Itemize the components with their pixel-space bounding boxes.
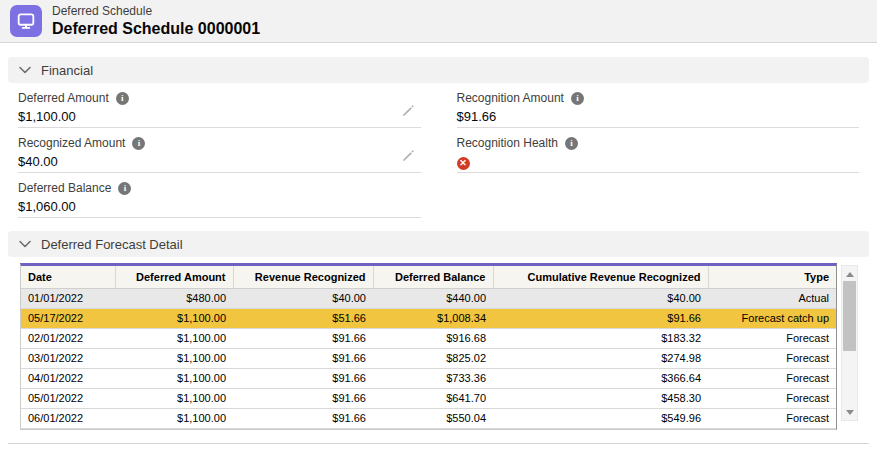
cell-cumulative: $458.30	[493, 389, 708, 409]
column-header-revenue-recognized[interactable]: Revenue Recognized	[233, 266, 373, 289]
cell-date: 04/01/2022	[21, 369, 115, 389]
cell-deferred-amount: $1,100.00	[115, 369, 233, 389]
cell-revenue-recognized: $40.00	[233, 289, 373, 309]
cell-type: Forecast	[708, 369, 836, 389]
cell-revenue-recognized: $91.66	[233, 369, 373, 389]
cell-deferred-balance: $641.70	[373, 389, 493, 409]
section-title: Deferred Forecast Detail	[41, 237, 183, 252]
cell-type: Forecast	[708, 349, 836, 369]
cell-revenue-recognized: $91.66	[233, 389, 373, 409]
section-title: Financial	[41, 63, 93, 78]
error-status-icon: ✕	[457, 157, 470, 170]
section-financial[interactable]: Financial	[8, 57, 869, 83]
cell-cumulative: $91.66	[493, 309, 708, 329]
field-recognition-amount: Recognition Amount i $91.66	[457, 83, 860, 128]
page-header: Deferred Schedule Deferred Schedule 0000…	[0, 0, 877, 43]
field-label: Recognition Health	[457, 136, 558, 150]
field-deferred-balance: Deferred Balance i $1,060.00	[18, 173, 421, 218]
table-row[interactable]: 05/17/2022$1,100.00$51.66$1,008.34$91.66…	[21, 309, 836, 329]
cell-cumulative: $549.96	[493, 409, 708, 429]
column-header-type[interactable]: Type	[708, 266, 836, 289]
column-header-cumulative-revenue-recognized[interactable]: Cumulative Revenue Recognized	[493, 266, 708, 289]
table-row[interactable]: 03/01/2022$1,100.00$91.66$825.02$274.98F…	[21, 349, 836, 369]
cell-deferred-balance: $733.36	[373, 369, 493, 389]
column-header-date[interactable]: Date	[21, 266, 115, 289]
field-value: $1,060.00	[18, 195, 421, 220]
cell-date: 05/01/2022	[21, 389, 115, 409]
cell-deferred-balance: $916.68	[373, 329, 493, 349]
table-row[interactable]: 02/01/2022$1,100.00$91.66$916.68$183.32F…	[21, 329, 836, 349]
forecast-table-area: Date Deferred Amount Revenue Recognized …	[20, 263, 858, 430]
cell-deferred-amount: $1,100.00	[115, 389, 233, 409]
cell-deferred-amount: $1,100.00	[115, 309, 233, 329]
table-scrollbar[interactable]	[841, 265, 858, 421]
table-row[interactable]: 04/01/2022$1,100.00$91.66$733.36$366.64F…	[21, 369, 836, 389]
cell-deferred-balance: $550.04	[373, 409, 493, 429]
table-row[interactable]: 05/01/2022$1,100.00$91.66$641.70$458.30F…	[21, 389, 836, 409]
field-label: Recognition Amount	[457, 91, 564, 105]
field-label: Deferred Amount	[18, 91, 109, 105]
column-header-deferred-amount[interactable]: Deferred Amount	[115, 266, 233, 289]
record-body: Financial Deferred Amount i $1,100.00 Re…	[0, 57, 877, 444]
page-title: Deferred Schedule 0000001	[52, 19, 260, 39]
cell-deferred-amount: $1,100.00	[115, 409, 233, 429]
bottom-divider	[8, 443, 869, 444]
cell-deferred-balance: $1,008.34	[373, 309, 493, 329]
cell-cumulative: $40.00	[493, 289, 708, 309]
field-value: $40.00	[18, 150, 421, 175]
cell-date: 03/01/2022	[21, 349, 115, 369]
cell-type: Forecast catch up	[708, 309, 836, 329]
object-label: Deferred Schedule	[52, 4, 260, 19]
cell-revenue-recognized: $91.66	[233, 329, 373, 349]
cell-type: Forecast	[708, 329, 836, 349]
cell-date: 01/01/2022	[21, 289, 115, 309]
column-header-deferred-balance[interactable]: Deferred Balance	[373, 266, 493, 289]
desktop-icon	[10, 5, 42, 37]
info-icon[interactable]: i	[116, 92, 129, 105]
scroll-down-icon[interactable]	[842, 406, 857, 418]
cell-type: Forecast	[708, 389, 836, 409]
edit-pencil-icon[interactable]	[401, 104, 415, 118]
field-recognition-health: Recognition Health i ✕	[457, 128, 860, 173]
table-row[interactable]: 01/01/2022$480.00$40.00$440.00$40.00Actu…	[21, 289, 836, 309]
field-label: Deferred Balance	[18, 181, 111, 195]
scroll-up-icon[interactable]	[842, 268, 857, 280]
field-value: $91.66	[457, 105, 860, 130]
cell-revenue-recognized: $91.66	[233, 349, 373, 369]
cell-revenue-recognized: $91.66	[233, 409, 373, 429]
field-label: Recognized Amount	[18, 136, 125, 150]
cell-cumulative: $183.32	[493, 329, 708, 349]
info-icon[interactable]: i	[565, 137, 578, 150]
cell-date: 02/01/2022	[21, 329, 115, 349]
cell-deferred-balance: $825.02	[373, 349, 493, 369]
cell-revenue-recognized: $51.66	[233, 309, 373, 329]
chevron-down-icon	[18, 238, 32, 250]
cell-deferred-amount: $1,100.00	[115, 349, 233, 369]
info-icon[interactable]: i	[132, 137, 145, 150]
info-icon[interactable]: i	[118, 182, 131, 195]
field-recognized-amount: Recognized Amount i $40.00	[18, 128, 421, 173]
section-deferred-forecast-detail[interactable]: Deferred Forecast Detail	[8, 231, 869, 257]
cell-date: 05/17/2022	[21, 309, 115, 329]
info-icon[interactable]: i	[571, 92, 584, 105]
financial-fields: Deferred Amount i $1,100.00 Recognized A…	[8, 83, 869, 218]
cell-deferred-balance: $440.00	[373, 289, 493, 309]
cell-cumulative: $366.64	[493, 369, 708, 389]
forecast-table: Date Deferred Amount Revenue Recognized …	[20, 263, 837, 430]
cell-deferred-amount: $480.00	[115, 289, 233, 309]
cell-date: 06/01/2022	[21, 409, 115, 429]
cell-type: Actual	[708, 289, 836, 309]
cell-cumulative: $274.98	[493, 349, 708, 369]
cell-type: Forecast	[708, 409, 836, 429]
field-deferred-amount: Deferred Amount i $1,100.00	[18, 83, 421, 128]
scrollbar-thumb[interactable]	[843, 281, 856, 351]
chevron-down-icon	[18, 64, 32, 76]
table-header-row: Date Deferred Amount Revenue Recognized …	[21, 266, 836, 289]
field-value: $1,100.00	[18, 105, 421, 130]
cell-deferred-amount: $1,100.00	[115, 329, 233, 349]
table-row[interactable]: 06/01/2022$1,100.00$91.66$550.04$549.96F…	[21, 409, 836, 429]
edit-pencil-icon[interactable]	[401, 149, 415, 163]
